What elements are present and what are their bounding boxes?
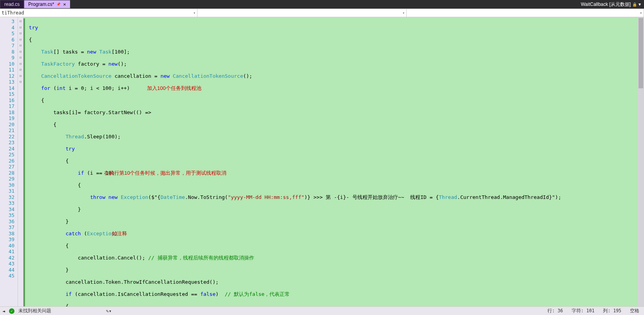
code-area[interactable]: try { Task[] tasks = new Task[100]; Task… bbox=[23, 17, 644, 306]
lock-icon: 🔒 bbox=[632, 2, 637, 7]
nav-type-dropdown[interactable]: tiThread bbox=[0, 9, 197, 17]
tab-bar: read.cs Program.cs* 📌 ✕ WaitCallback [从元… bbox=[0, 0, 644, 9]
scroll-left-icon[interactable]: ◄ bbox=[2, 308, 5, 314]
status-char[interactable]: 字符: 101 bbox=[569, 308, 597, 314]
line-number-gutter: 3456789101112131415161718192021222324252… bbox=[0, 17, 18, 306]
tab-label: read.cs bbox=[4, 2, 20, 7]
fold-toggle[interactable]: ⊟ bbox=[18, 73, 23, 79]
close-icon[interactable]: ✕ bbox=[63, 2, 66, 7]
nav-member-dropdown[interactable] bbox=[197, 9, 407, 17]
issues-text[interactable]: 未找到相关问题 bbox=[18, 308, 51, 314]
scrollbar-thumb[interactable] bbox=[639, 18, 643, 88]
nav-type-label: tiThread bbox=[2, 10, 24, 16]
fold-toggle[interactable]: ⊟ bbox=[18, 25, 23, 31]
tab-active[interactable]: Program.cs* 📌 ✕ bbox=[24, 0, 70, 9]
status-col[interactable]: 列: 195 bbox=[601, 308, 624, 314]
pin-icon[interactable]: 📌 bbox=[56, 2, 61, 6]
fold-toggle[interactable]: ⊟ bbox=[18, 49, 23, 55]
fold-column: ⊟⊟⊟⊟⊟⊟⊟⊟⊟⊟⊟ bbox=[18, 17, 23, 306]
dropdown-icon[interactable]: ▾ bbox=[639, 2, 641, 7]
fold-toggle[interactable]: ⊟ bbox=[18, 67, 23, 73]
status-bar: ◄ ✓ 未找到相关问题 ✎▾ 行: 36 字符: 101 列: 195 空格 bbox=[0, 306, 644, 315]
navigation-bar: tiThread bbox=[0, 9, 644, 17]
brush-icon[interactable]: ✎▾ bbox=[106, 308, 111, 314]
code-editor: 3456789101112131415161718192021222324252… bbox=[0, 17, 644, 306]
fold-toggle[interactable]: ⊟ bbox=[18, 43, 23, 49]
status-ins[interactable]: 空格 bbox=[628, 308, 642, 314]
nav-extra-dropdown[interactable] bbox=[407, 9, 644, 17]
metadata-label: WaitCallback [从元数据] bbox=[581, 1, 631, 8]
tab-inactive[interactable]: read.cs bbox=[0, 0, 24, 9]
annotation-1: 加入100个任务到线程池 bbox=[147, 85, 201, 91]
status-ok-icon[interactable]: ✓ bbox=[9, 308, 14, 314]
fold-toggle[interactable]: ⊟ bbox=[18, 61, 23, 67]
status-line[interactable]: 行: 36 bbox=[545, 308, 565, 314]
tab-right-info[interactable]: WaitCallback [从元数据] 🔒 ▾ bbox=[578, 0, 644, 9]
fold-toggle[interactable]: ⊟ bbox=[18, 55, 23, 61]
tab-spacer bbox=[70, 0, 578, 9]
fold-toggle[interactable]: ⊟ bbox=[18, 18, 23, 25]
annotation-3: 如注释 bbox=[112, 231, 127, 237]
code-lines[interactable]: try { Task[] tasks = new Task[100]; Task… bbox=[23, 17, 644, 306]
tab-label: Program.cs* bbox=[28, 2, 54, 7]
fold-toggle[interactable]: ⊟ bbox=[18, 30, 23, 37]
vertical-scrollbar[interactable] bbox=[638, 17, 644, 306]
fold-toggle[interactable]: ⊟ bbox=[18, 79, 23, 85]
annotation-2: 在执行第10个任务时候，抛出异常，用于测试线程取消 bbox=[104, 170, 226, 176]
fold-toggle[interactable]: ⊟ bbox=[18, 37, 23, 43]
